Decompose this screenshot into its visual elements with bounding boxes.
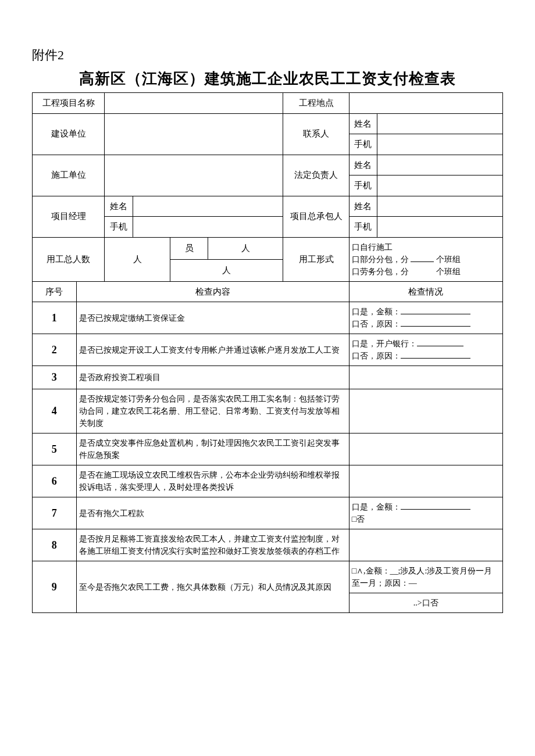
input-pm-name[interactable] — [133, 196, 283, 217]
input-contact-phone[interactable] — [377, 134, 503, 155]
content-7: 是否有拖欠工程款 — [76, 497, 349, 529]
label-legal-phone: 手机 — [349, 175, 377, 196]
input-project-name[interactable] — [105, 93, 283, 114]
label-gc-phone: 手机 — [349, 217, 377, 238]
status-5[interactable] — [349, 433, 502, 465]
seq-3: 3 — [33, 366, 77, 389]
label-general-contractor: 项目总承包人 — [283, 196, 349, 237]
label-pm-name: 姓名 — [105, 196, 133, 217]
status-3[interactable] — [349, 366, 502, 389]
label-legal-rep: 法定负责人 — [283, 155, 349, 196]
status-7[interactable]: 口是，金额： □否 — [349, 497, 502, 529]
input-legal-phone[interactable] — [377, 175, 503, 196]
status-8[interactable] — [349, 529, 502, 561]
label-yuan: 员 — [170, 237, 208, 259]
label-construction-owner: 建设单位 — [33, 113, 105, 155]
label-contact-name: 姓名 — [349, 113, 377, 134]
seq-6: 6 — [33, 465, 77, 497]
content-8: 是否按月足额将工资直接发给农民工本人，并建立工资支付监控制度，对各施工班组工资支… — [76, 529, 349, 561]
seq-2: 2 — [33, 334, 77, 366]
content-9: 至今是否拖欠农民工工费，拖欠具体数额（万元）和人员情况及其原因 — [76, 561, 349, 613]
status-2[interactable]: 口是，开户银行： 口否，原因： — [349, 334, 502, 366]
label-contact-phone: 手机 — [349, 134, 377, 155]
input-construction-unit[interactable] — [105, 155, 283, 196]
label-total-workers: 用工总人数 — [33, 237, 105, 281]
seq-1: 1 — [33, 302, 77, 334]
input-gc-phone[interactable] — [377, 217, 503, 238]
status-9b[interactable]: ..>口否 — [349, 593, 502, 613]
seq-7: 7 — [33, 497, 77, 529]
label-contact: 联系人 — [283, 113, 349, 155]
input-legal-name[interactable] — [377, 155, 503, 175]
input-gc-name[interactable] — [377, 196, 503, 217]
seq-8: 8 — [33, 529, 77, 561]
header-status: 检查情况 — [349, 281, 502, 302]
status-6[interactable] — [349, 465, 502, 497]
input-yuan-count[interactable]: 人 — [208, 237, 283, 259]
header-content: 检查内容 — [76, 281, 349, 302]
input-project-location[interactable] — [349, 93, 502, 114]
seq-5: 5 — [33, 433, 77, 465]
label-pm-phone: 手机 — [105, 217, 133, 238]
label-project-name: 工程项目名称 — [33, 93, 105, 114]
status-1[interactable]: 口是，金额： 口否，原因： — [349, 302, 502, 334]
label-gc-name: 姓名 — [349, 196, 377, 217]
label-construction-unit: 施工单位 — [33, 155, 105, 196]
input-construction-owner[interactable] — [105, 113, 283, 155]
content-3: 是否政府投资工程项目 — [76, 366, 349, 389]
status-4[interactable] — [349, 389, 502, 433]
label-project-manager: 项目经理 — [33, 196, 105, 237]
status-9a[interactable]: □∧,金额：__;涉及人:涉及工资月份一月至一月；原因：— — [349, 561, 502, 593]
content-1: 是否已按规定缴纳工资保证金 — [76, 302, 349, 334]
input-pm-phone[interactable] — [133, 217, 283, 238]
page-title: 高新区（江海区）建筑施工企业农民工工资支付检查表 — [32, 69, 503, 89]
input-total-workers[interactable]: 人 — [105, 237, 170, 281]
annex-label: 附件2 — [32, 46, 503, 64]
inspection-form-table: 工程项目名称 工程地点 建设单位 联系人 姓名 手机 施工单位 法定负责人 姓名… — [32, 92, 503, 613]
input-other-count[interactable]: 人 — [170, 259, 283, 281]
label-legal-name: 姓名 — [349, 155, 377, 175]
content-2: 是否已按规定开设工人工资支付专用帐户并通过该帐户逐月发放工人工资 — [76, 334, 349, 366]
content-5: 是否成立突发事件应急处置机构，制订处理因拖欠农民工工资引起突发事件应急预案 — [76, 433, 349, 465]
input-work-form[interactable]: 口自行施工 口部分分包，分 个班组 口劳务分包，分 个班组 — [349, 237, 502, 281]
header-seq: 序号 — [33, 281, 77, 302]
input-contact-name[interactable] — [377, 113, 503, 134]
label-work-form: 用工形式 — [283, 237, 349, 281]
content-4: 是否按规定签订劳务分包合同，是否落实农民工用工实名制：包括签订劳动合同，建立农民… — [76, 389, 349, 433]
label-project-location: 工程地点 — [283, 93, 349, 114]
seq-9: 9 — [33, 561, 77, 613]
content-6: 是否在施工现场设立农民工维权告示牌，公布本企业劳动纠纷和维权举报投诉电话，落实受… — [76, 465, 349, 497]
seq-4: 4 — [33, 389, 77, 433]
